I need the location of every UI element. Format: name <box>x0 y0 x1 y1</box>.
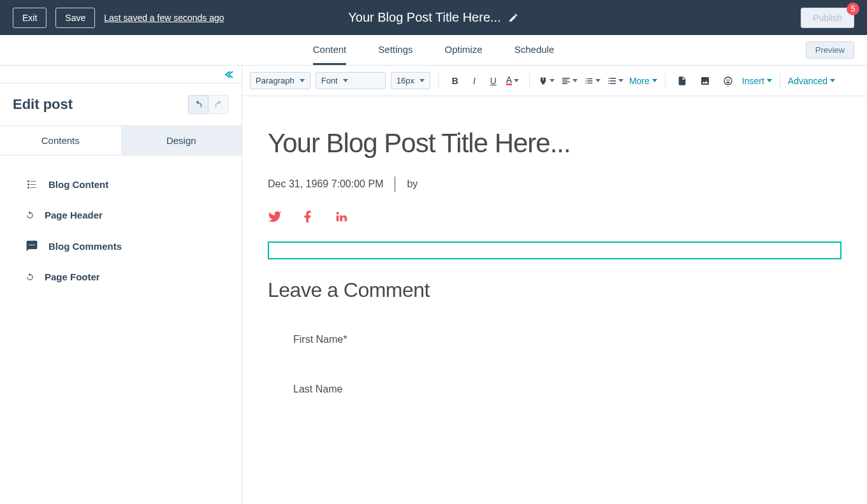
last-saved-link[interactable]: Last saved a few seconds ago <box>104 13 224 23</box>
comment-heading: Leave a Comment <box>268 278 841 302</box>
sidebar-items: Blog Content Page Header Blog Comments P… <box>0 155 242 305</box>
top-bar-title: Your Blog Post Title Here... <box>348 10 518 25</box>
more-dropdown[interactable]: More <box>629 76 657 86</box>
caret-icon <box>595 79 601 82</box>
text-color-button[interactable]: A <box>504 72 521 90</box>
post-title-header: Your Blog Post Title Here... <box>348 10 500 25</box>
undo-redo-group <box>188 95 229 114</box>
sidebar-title: Edit post <box>13 96 73 113</box>
advanced-dropdown[interactable]: Advanced <box>788 76 835 86</box>
top-bar-left: Exit Save Last saved a few seconds ago <box>13 8 224 28</box>
comment-form: First Name* Last Name <box>268 334 841 395</box>
sidebar-item-label: Page Footer <box>45 271 100 282</box>
insert-file-button[interactable] <box>673 72 691 90</box>
caret-icon <box>572 79 578 82</box>
font-select-label: Font <box>321 76 338 85</box>
post-meta: Dec 31, 1969 7:00:00 PM by <box>268 176 841 192</box>
sidebar-item-page-footer[interactable]: Page Footer <box>0 262 242 292</box>
caret-icon <box>300 79 305 82</box>
sidebar: Edit post Contents Design Blog Content P… <box>0 66 242 504</box>
reload-icon <box>26 273 34 282</box>
rich-text-toolbar: Paragraph Font 16px B I U A More Insert … <box>242 66 867 96</box>
sidebar-item-blog-comments[interactable]: Blog Comments <box>0 230 242 262</box>
sidebar-item-page-header[interactable]: Page Header <box>0 200 242 230</box>
tab-settings[interactable]: Settings <box>378 36 412 65</box>
tab-schedule[interactable]: Schedule <box>514 36 555 65</box>
sidebar-tab-design[interactable]: Design <box>121 126 242 155</box>
caret-icon <box>419 79 425 82</box>
collapse-icon[interactable] <box>224 69 235 80</box>
main: Paragraph Font 16px B I U A More Insert … <box>242 66 867 504</box>
advanced-label: Advanced <box>788 76 827 86</box>
caret-icon <box>343 79 348 82</box>
post-title[interactable]: Your Blog Post Title Here... <box>268 128 841 159</box>
save-button[interactable]: Save <box>55 8 95 28</box>
insert-image-button[interactable] <box>696 72 714 90</box>
sidebar-header: Edit post <box>0 83 242 126</box>
reload-icon <box>26 211 34 220</box>
redo-button[interactable] <box>208 95 229 114</box>
last-name-label: Last Name <box>293 384 816 395</box>
sidebar-collapse-row <box>0 66 242 83</box>
top-bar: Exit Save Last saved a few seconds ago Y… <box>0 0 867 35</box>
nav-tabs-row: Content Settings Optimize Schedule Previ… <box>0 35 867 66</box>
text-lines-icon <box>26 178 38 191</box>
paragraph-select[interactable]: Paragraph <box>250 72 310 89</box>
toolbar-divider <box>665 73 666 89</box>
sidebar-item-label: Page Header <box>45 210 103 220</box>
top-bar-right: Publish 5 <box>801 8 854 28</box>
tab-content[interactable]: Content <box>313 36 347 65</box>
content-editor-block[interactable] <box>268 241 841 259</box>
insert-dropdown[interactable]: Insert <box>742 76 772 86</box>
paragraph-select-label: Paragraph <box>256 76 295 85</box>
nav-tabs: Content Settings Optimize Schedule <box>313 36 555 65</box>
sidebar-item-label: Blog Content <box>48 179 108 190</box>
fontsize-label: 16px <box>397 76 414 85</box>
caret-icon <box>652 79 657 82</box>
font-select[interactable]: Font <box>316 72 386 89</box>
insert-emoji-button[interactable] <box>719 72 737 90</box>
toolbar-divider <box>438 73 439 89</box>
toolbar-divider <box>529 73 530 89</box>
sidebar-item-blog-content[interactable]: Blog Content <box>0 168 242 200</box>
post-date: Dec 31, 1969 7:00:00 PM <box>268 178 383 190</box>
caret-icon <box>830 79 835 82</box>
sidebar-tab-contents[interactable]: Contents <box>0 126 121 155</box>
bullet-list-button[interactable] <box>583 72 601 90</box>
align-button[interactable] <box>560 72 578 90</box>
caret-icon <box>618 79 623 82</box>
editor-wrap: Edit post Contents Design Blog Content P… <box>0 66 867 504</box>
twitter-icon[interactable] <box>268 210 282 224</box>
highlight-button[interactable] <box>537 72 555 90</box>
insert-label: Insert <box>742 76 764 86</box>
sidebar-item-label: Blog Comments <box>48 241 122 252</box>
sidebar-tabs: Contents Design <box>0 126 242 155</box>
bold-button[interactable]: B <box>446 72 464 90</box>
linkedin-icon[interactable] <box>334 210 348 224</box>
underline-button[interactable]: U <box>484 72 502 90</box>
caret-icon <box>767 79 772 82</box>
tab-optimize[interactable]: Optimize <box>445 36 483 65</box>
caret-icon <box>514 79 519 82</box>
undo-button[interactable] <box>188 95 208 114</box>
text-format-group: B I U A <box>446 72 521 90</box>
first-name-label: First Name* <box>293 334 816 345</box>
pencil-icon[interactable] <box>509 13 519 23</box>
facebook-icon[interactable] <box>301 210 315 224</box>
fontsize-select[interactable]: 16px <box>391 72 430 89</box>
social-share-row <box>268 210 841 224</box>
toolbar-divider <box>780 73 780 89</box>
chat-icon <box>26 240 38 252</box>
content-area: Your Blog Post Title Here... Dec 31, 196… <box>242 96 867 504</box>
exit-button[interactable]: Exit <box>13 8 47 28</box>
numbered-list-button[interactable] <box>606 72 624 90</box>
publish-badge: 5 <box>847 3 859 15</box>
post-by-label: by <box>407 178 418 190</box>
more-label: More <box>629 76 650 86</box>
italic-button[interactable]: I <box>465 72 483 90</box>
preview-button[interactable]: Preview <box>806 41 854 59</box>
meta-divider <box>395 176 395 192</box>
caret-icon <box>550 79 555 82</box>
